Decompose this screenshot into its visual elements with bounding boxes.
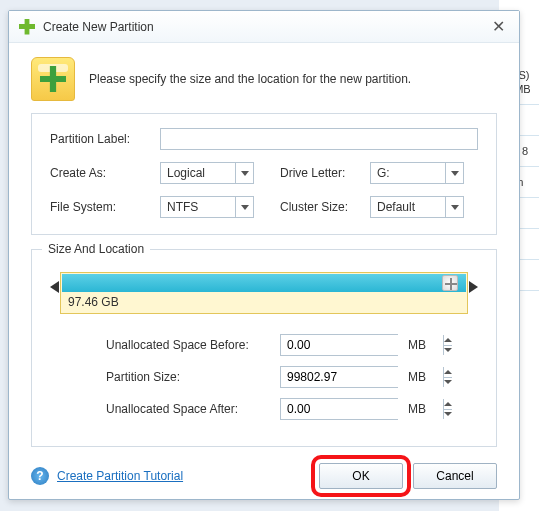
drive-plus-icon xyxy=(31,57,75,101)
partition-size-label: Partition Size: xyxy=(106,370,280,384)
titlebar[interactable]: Create New Partition ✕ xyxy=(9,11,519,43)
cluster-size-label: Cluster Size: xyxy=(280,200,370,214)
window-title: Create New Partition xyxy=(43,20,488,34)
space-before-label: Unallocated Space Before: xyxy=(106,338,280,352)
plus-icon xyxy=(19,19,35,35)
partition-size-spinner[interactable] xyxy=(280,366,398,388)
close-icon[interactable]: ✕ xyxy=(488,17,509,36)
chevron-down-icon[interactable] xyxy=(444,378,452,388)
size-and-location-group: Size And Location 97.46 GB Unallocated S… xyxy=(31,249,497,447)
size-location-legend: Size And Location xyxy=(42,242,150,256)
unit-label: MB xyxy=(408,370,426,384)
drive-letter-select[interactable]: G: xyxy=(370,162,464,184)
cancel-button[interactable]: Cancel xyxy=(413,463,497,489)
partition-settings: Partition Label: Create As: Logical Driv… xyxy=(31,113,497,235)
slider-size-text: 97.46 GB xyxy=(62,292,466,312)
chevron-up-icon[interactable] xyxy=(444,367,452,378)
partition-label-label: Partition Label: xyxy=(50,132,160,146)
chevron-up-icon[interactable] xyxy=(444,399,452,410)
chevron-down-icon xyxy=(235,163,253,183)
chevron-up-icon[interactable] xyxy=(444,335,452,346)
help-icon[interactable]: ? xyxy=(31,467,49,485)
create-as-select[interactable]: Logical xyxy=(160,162,254,184)
create-partition-dialog: Create New Partition ✕ Please specify th… xyxy=(8,10,520,500)
intro-text: Please specify the size and the location… xyxy=(89,72,411,86)
file-system-select[interactable]: NTFS xyxy=(160,196,254,218)
dialog-footer: ? Create Partition Tutorial OK Cancel xyxy=(9,447,519,501)
chevron-down-icon xyxy=(445,163,463,183)
chevron-down-icon[interactable] xyxy=(444,346,452,356)
space-before-spinner[interactable] xyxy=(280,334,398,356)
ok-button[interactable]: OK xyxy=(319,463,403,489)
partition-slider[interactable]: 97.46 GB xyxy=(60,272,468,314)
create-as-label: Create As: xyxy=(50,166,160,180)
unit-label: MB xyxy=(408,402,426,416)
partition-label-input[interactable] xyxy=(160,128,478,150)
tutorial-link[interactable]: Create Partition Tutorial xyxy=(57,469,183,483)
space-after-label: Unallocated Space After: xyxy=(106,402,280,416)
intro-row: Please specify the size and the location… xyxy=(9,43,519,113)
drive-letter-label: Drive Letter: xyxy=(280,166,370,180)
slider-handle-icon[interactable] xyxy=(442,275,458,291)
chevron-down-icon xyxy=(235,197,253,217)
file-system-label: File System: xyxy=(50,200,160,214)
chevron-down-icon[interactable] xyxy=(444,410,452,420)
chevron-down-icon xyxy=(445,197,463,217)
cluster-size-select[interactable]: Default xyxy=(370,196,464,218)
unit-label: MB xyxy=(408,338,426,352)
space-after-spinner[interactable] xyxy=(280,398,398,420)
